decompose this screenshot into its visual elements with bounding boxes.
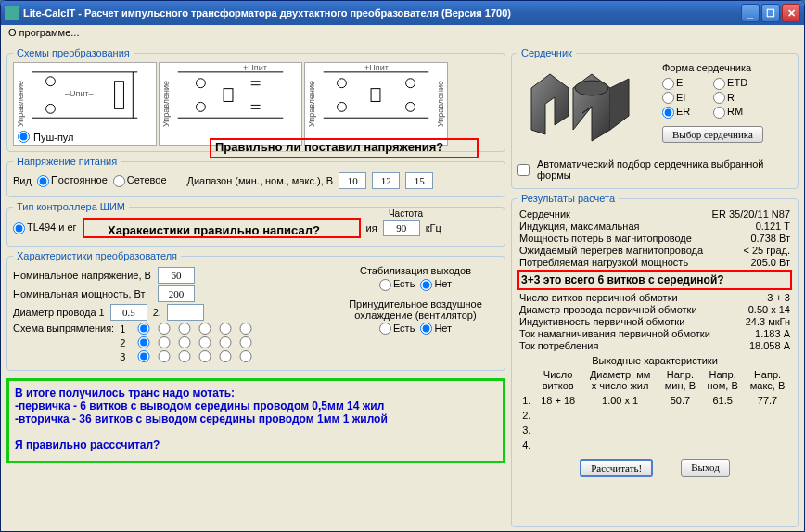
converter-legend: Характеристики преобразователя <box>13 250 181 261</box>
fan-no-radio[interactable]: Нет <box>420 323 452 336</box>
table-row: 1. 18 + 18 1.00 x 1 50.7 61.5 77.7 <box>519 394 790 407</box>
svg-point-22 <box>575 81 608 95</box>
schemes-legend: Схемы преобразования <box>13 47 134 58</box>
shape-etd-radio[interactable]: ETD <box>713 77 763 90</box>
app-icon <box>5 6 19 20</box>
scheme-pushpull[interactable]: Управление –Uпит– Пуш-пул <box>13 62 157 146</box>
power-dc-radio[interactable]: Постоянное <box>37 174 108 187</box>
svg-point-3 <box>46 77 56 86</box>
scheme-pushpull-radio[interactable] <box>18 131 30 143</box>
annotation-q3-box: 3+3 это всего 6 витков с серединой? <box>518 270 792 290</box>
pwm-legend: Тип контроллера ШИМ <box>13 201 129 212</box>
shape-er-radio[interactable]: ER <box>662 106 706 119</box>
stab-no-radio[interactable]: Нет <box>420 278 452 291</box>
table-row: 3. <box>519 424 790 437</box>
power-legend: Напряжение питания <box>13 156 121 167</box>
select-core-button[interactable]: Выбор сердечника <box>662 126 763 143</box>
window-title: Lite-CalcIT - Расчет импульсного трансфо… <box>23 7 741 19</box>
annotation-q1: Правильно ли поставил напряжения? <box>215 140 443 154</box>
menubar: О программе... <box>1 25 804 44</box>
svg-rect-5 <box>115 82 124 109</box>
rect-matrix: 1 2 3 <box>120 323 253 362</box>
svg-point-19 <box>406 79 415 88</box>
svg-point-9 <box>196 102 205 111</box>
stab-yes-radio[interactable]: Есть <box>379 278 415 291</box>
power-max-input[interactable] <box>405 172 433 189</box>
schemes-group: Схемы преобразования <box>6 47 505 152</box>
svg-point-8 <box>196 79 205 88</box>
power-min-input[interactable] <box>339 172 366 189</box>
core-legend: Сердечник <box>518 47 576 58</box>
table-row: 2. <box>519 409 790 422</box>
maximize-button[interactable]: ☐ <box>761 4 780 22</box>
nom-voltage-input[interactable] <box>158 267 195 284</box>
auto-core-checkbox[interactable] <box>518 164 530 176</box>
scheme-halfbridge[interactable]: Управление +Uпит <box>159 62 302 146</box>
svg-point-20 <box>406 102 415 111</box>
fan-yes-radio[interactable]: Есть <box>379 323 415 336</box>
pwm-group: Тип контроллера ШИМ TL494 и ег Харакеист… <box>6 201 505 247</box>
shape-ei-radio[interactable]: EI <box>662 92 706 105</box>
pwm-tl494-radio[interactable]: TL494 и ег <box>13 222 77 234</box>
wire1-input[interactable] <box>110 304 147 321</box>
core-image <box>518 62 657 155</box>
wire2-input[interactable] <box>167 304 204 321</box>
shape-rm-radio[interactable]: RM <box>713 106 763 119</box>
app-window: Lite-CalcIT - Расчет импульсного трансфо… <box>0 0 805 532</box>
pwm-freq-input[interactable] <box>383 220 420 236</box>
svg-point-18 <box>338 102 347 111</box>
svg-rect-21 <box>371 89 380 102</box>
exit-button[interactable]: Выход <box>681 459 730 477</box>
scheme-fullbridge[interactable]: Управление Управление +Uпит <box>304 62 448 146</box>
close-button[interactable]: ✕ <box>782 4 800 22</box>
svg-point-17 <box>338 79 347 88</box>
shape-e-radio[interactable]: E <box>662 77 706 90</box>
results-legend: Результаты расчета <box>518 193 619 204</box>
power-nom-input[interactable] <box>372 172 400 189</box>
titlebar[interactable]: Lite-CalcIT - Расчет импульсного трансфо… <box>1 1 804 25</box>
annotation-summary: В итоге получилось транс надо мотать: -п… <box>15 386 497 451</box>
minimize-button[interactable]: _ <box>741 4 760 22</box>
converter-group: Характеристики преобразователя Номинальн… <box>6 250 505 371</box>
calculate-button[interactable]: Рассчитать! <box>580 459 653 477</box>
table-row: 4. <box>519 438 790 451</box>
menu-about[interactable]: О программе... <box>8 27 79 38</box>
output-table: Числовитков Диаметр, ммx число жил Напр.… <box>518 366 792 453</box>
power-ac-radio[interactable]: Сетевое <box>113 174 167 187</box>
results-group: Результаты расчета СердечникER 35/20/11 … <box>511 193 799 527</box>
core-group: Сердечник Форма сердечника <box>511 47 799 189</box>
power-group: Напряжение питания Вид Постоянное Сетево… <box>6 156 505 197</box>
shape-r-radio[interactable]: R <box>713 92 763 105</box>
annotation-summary-box: В итоге получилось транс надо мотать: -п… <box>6 378 505 463</box>
svg-point-4 <box>46 104 56 113</box>
nom-power-input[interactable] <box>158 285 195 302</box>
svg-rect-14 <box>224 89 233 102</box>
annotation-q2: Харакеистики правильно написал? <box>108 223 320 237</box>
